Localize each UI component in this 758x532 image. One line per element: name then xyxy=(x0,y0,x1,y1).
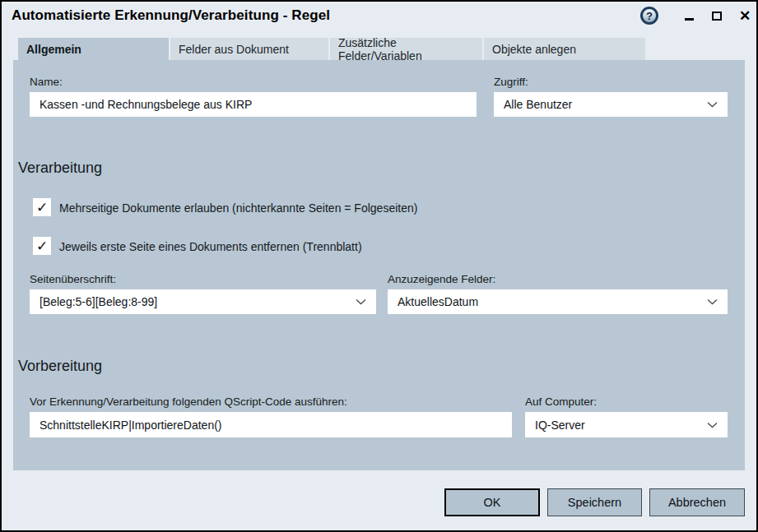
anzuzeigende-felder-selected-value: AktuellesDatum xyxy=(398,295,478,308)
minimize-button[interactable] xyxy=(678,5,700,26)
seitenueberschrift-selected-value: [Beleg:5-6][Beleg:8-99] xyxy=(40,295,157,308)
tab-zusaetzliche-felder-variablen[interactable]: Zusätzliche Felder/Variablen xyxy=(330,38,482,60)
name-label: Name: xyxy=(30,76,63,88)
chevron-down-icon xyxy=(707,101,718,108)
minimize-icon xyxy=(685,18,694,21)
tab-objekte-anlegen[interactable]: Objekte anlegen xyxy=(484,38,645,60)
tab-felder-aus-dokument[interactable]: Felder aus Dokument xyxy=(170,38,328,60)
seitenueberschrift-dropdown[interactable]: [Beleg:5-6][Beleg:8-99] xyxy=(30,289,376,314)
rule-dialog-window: Automatisierte Erkennung/Verarbeitung - … xyxy=(0,0,758,532)
help-button[interactable]: ? xyxy=(639,5,660,26)
auf-computer-label: Auf Computer: xyxy=(525,396,597,408)
anzuzeigende-felder-dropdown[interactable]: AktuellesDatum xyxy=(388,289,728,314)
maximize-button[interactable] xyxy=(706,5,728,26)
close-button[interactable]: ✕ xyxy=(734,5,756,26)
qscript-label: Vor Erkennung/Verarbeitung folgenden QSc… xyxy=(30,396,347,408)
erste-seite-entfernen-label: Jeweils erste Seite eines Dokuments entf… xyxy=(59,240,362,253)
auf-computer-selected-value: IQ-Server xyxy=(535,419,585,432)
ok-button[interactable]: OK xyxy=(444,488,540,516)
dialog-title: Automatisierte Erkennung/Verarbeitung - … xyxy=(12,7,330,24)
cancel-button[interactable]: Abbrechen xyxy=(649,488,745,516)
tab-content-panel xyxy=(13,60,745,470)
qscript-input[interactable]: SchnittstelleKIRP|ImportiereDaten() xyxy=(30,412,512,437)
seitenueberschrift-label: Seitenüberschrift: xyxy=(30,273,116,285)
maximize-icon xyxy=(712,12,722,21)
mehrseitige-dokumente-checkbox[interactable]: ✓ xyxy=(33,198,51,216)
tab-bar: Allgemein Felder aus Dokument Zusätzlich… xyxy=(18,38,645,60)
zugriff-dropdown[interactable]: Alle Benutzer xyxy=(494,92,728,117)
chevron-down-icon xyxy=(707,422,718,428)
anzuzeigende-felder-label: Anzuzeigende Felder: xyxy=(388,273,495,285)
zugriff-selected-value: Alle Benutzer xyxy=(504,98,572,111)
close-icon: ✕ xyxy=(739,9,751,23)
auf-computer-dropdown[interactable]: IQ-Server xyxy=(525,412,728,437)
save-button[interactable]: Speichern xyxy=(547,488,642,516)
zugriff-label: Zugriff: xyxy=(494,76,528,88)
help-icon: ? xyxy=(640,7,658,25)
erste-seite-entfernen-checkbox[interactable]: ✓ xyxy=(33,237,51,255)
check-icon: ✓ xyxy=(36,201,48,215)
mehrseitige-dokumente-label: Mehrseitige Dokumente erlauben (nichterk… xyxy=(59,201,417,215)
verarbeitung-heading: Verarbeitung xyxy=(18,160,102,177)
check-icon: ✓ xyxy=(36,239,48,253)
vorbereitung-heading: Vorbereitung xyxy=(18,358,102,375)
tab-allgemein[interactable]: Allgemein xyxy=(18,38,169,60)
chevron-down-icon xyxy=(707,298,718,305)
name-input[interactable]: Kassen -und Rechnungsbelege aus KIRP xyxy=(30,92,477,117)
chevron-down-icon xyxy=(356,298,366,305)
